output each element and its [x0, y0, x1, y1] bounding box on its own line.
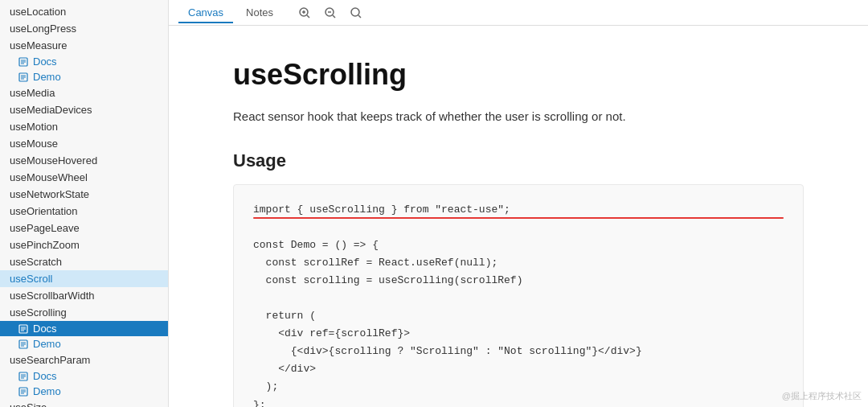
- doc-icon: [18, 371, 29, 382]
- code-line: const scrolling = useScrolling(scrollRef…: [253, 272, 784, 290]
- sidebar-item-useMouseHovered[interactable]: useMouseHovered: [0, 152, 168, 169]
- sidebar-item-usePinchZoom[interactable]: usePinchZoom: [0, 236, 168, 253]
- sidebar-item-useSearchParam-demo[interactable]: Demo: [0, 384, 168, 399]
- tab-canvas[interactable]: Canvas: [178, 3, 233, 23]
- watermark: @掘上程序技术社区: [782, 390, 862, 402]
- code-line: };: [253, 397, 784, 407]
- zoom-in-button[interactable]: [296, 6, 313, 20]
- tab-bar: Canvas Notes: [169, 0, 868, 26]
- code-line: import { useScrolling } from "react-use"…: [253, 201, 784, 219]
- sidebar-item-label: Docs: [33, 56, 57, 68]
- page-title: useScrolling: [233, 58, 804, 92]
- doc-icon: [18, 386, 29, 397]
- sidebar-item-useLongPress[interactable]: useLongPress: [0, 20, 168, 37]
- sidebar-item-useMedia[interactable]: useMedia: [0, 84, 168, 101]
- tab-toolbar-icons: [289, 6, 365, 20]
- svg-line-27: [307, 15, 309, 18]
- sidebar-item-usePageLeave[interactable]: usePageLeave: [0, 220, 168, 236]
- sidebar-item-useMouse[interactable]: useMouse: [0, 135, 168, 152]
- sidebar-item-useMouseWheel[interactable]: useMouseWheel: [0, 169, 168, 186]
- code-line: const scrollRef = React.useRef(null);: [253, 254, 784, 272]
- code-line: [253, 219, 784, 236]
- sidebar-item-useScrolling-docs[interactable]: Docs: [0, 321, 168, 336]
- main-area: Canvas Notes: [169, 0, 868, 407]
- svg-line-32: [358, 15, 361, 18]
- sidebar-item-useNetworkState[interactable]: useNetworkState: [0, 186, 168, 203]
- fit-button[interactable]: [347, 6, 365, 20]
- code-line: <div ref={scrollRef}>: [253, 325, 784, 343]
- sidebar-item-label: Demo: [33, 385, 61, 397]
- code-line: );: [253, 378, 784, 396]
- sidebar-item-useMeasure-demo[interactable]: Demo: [0, 69, 168, 84]
- code-line: {<div>{scrolling ? "Scrolling" : "Not sc…: [253, 343, 784, 360]
- sidebar-item-useSize[interactable]: useSize: [0, 399, 168, 407]
- doc-icon: [18, 323, 29, 335]
- sidebar-item-useMeasure-docs[interactable]: Docs: [0, 54, 168, 69]
- sidebar-item-useOrientation[interactable]: useOrientation: [0, 203, 168, 220]
- sidebar-item-useScroll[interactable]: useScroll: [0, 270, 168, 287]
- code-line: return (: [253, 307, 784, 325]
- sidebar: useLocationuseLongPressuseMeasure Docs D…: [0, 0, 169, 407]
- sidebar-item-label: Demo: [33, 338, 61, 350]
- content-area: useScrolling React sensor hook that keep…: [169, 26, 868, 407]
- code-line: const Demo = () => {: [253, 236, 784, 254]
- sidebar-item-label: Demo: [33, 71, 61, 83]
- sidebar-item-useSearchParam[interactable]: useSearchParam: [0, 352, 168, 368]
- sidebar-item-useMotion[interactable]: useMotion: [0, 118, 168, 135]
- page-description: React sensor hook that keeps track of wh…: [233, 108, 804, 126]
- code-line: [253, 290, 784, 307]
- doc-icon: [18, 56, 29, 68]
- sidebar-item-useSearchParam-docs[interactable]: Docs: [0, 368, 168, 384]
- sidebar-item-label: Docs: [33, 323, 57, 335]
- sidebar-item-useScratch[interactable]: useScratch: [0, 253, 168, 270]
- sidebar-item-useScrollbarWidth[interactable]: useScrollbarWidth: [0, 287, 168, 304]
- usage-title: Usage: [233, 150, 804, 171]
- svg-point-31: [351, 8, 359, 16]
- code-block: import { useScrolling } from "react-use"…: [233, 184, 804, 408]
- sidebar-item-useLocation[interactable]: useLocation: [0, 3, 168, 20]
- code-line: </div>: [253, 360, 784, 378]
- tab-notes[interactable]: Notes: [236, 3, 283, 23]
- doc-icon: [18, 339, 29, 350]
- doc-icon: [18, 72, 29, 83]
- svg-line-30: [333, 15, 335, 18]
- sidebar-item-useScrolling-demo[interactable]: Demo: [0, 336, 168, 352]
- zoom-out-button[interactable]: [321, 6, 339, 20]
- sidebar-item-useScrolling[interactable]: useScrolling: [0, 304, 168, 321]
- sidebar-item-useMediaDevices[interactable]: useMediaDevices: [0, 101, 168, 118]
- sidebar-item-useMeasure[interactable]: useMeasure: [0, 37, 168, 54]
- sidebar-item-label: Docs: [33, 370, 57, 382]
